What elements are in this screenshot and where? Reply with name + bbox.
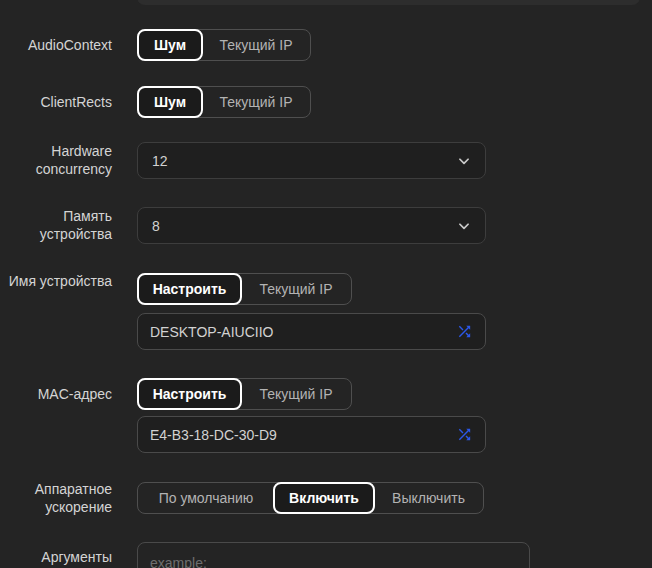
audiocontext-toggle-group: Шум Текущий IP <box>137 29 311 61</box>
mac-address-label: MAC-адрес <box>0 385 112 403</box>
chevron-down-icon <box>457 219 471 233</box>
hardware-acceleration-label: Аппаратное ускорение <box>0 480 112 516</box>
mac-address-field <box>137 416 486 453</box>
top-partial-field[interactable] <box>137 0 640 5</box>
mac-address-option-current-ip[interactable]: Текущий IP <box>241 379 351 409</box>
chevron-down-icon <box>457 154 471 168</box>
device-name-option-configure[interactable]: Настроить <box>137 273 242 305</box>
hardware-acceleration-option-disable[interactable]: Выключить <box>374 483 483 513</box>
hardware-acceleration-option-default[interactable]: По умолчанию <box>138 483 274 513</box>
hardware-acceleration-toggle-group: По умолчанию Включить Выключить <box>137 482 484 514</box>
hardware-acceleration-option-enable[interactable]: Включить <box>273 482 375 514</box>
device-name-toggle-group: Настроить Текущий IP <box>137 273 352 305</box>
mac-address-input[interactable] <box>150 427 448 443</box>
device-name-field <box>137 313 486 350</box>
device-name-label: Имя устройства <box>0 272 112 290</box>
hardware-concurrency-label: Hardware concurrency <box>0 142 112 178</box>
clientrects-option-current-ip[interactable]: Текущий IP <box>202 87 310 117</box>
device-name-input[interactable] <box>150 324 448 340</box>
fingerprint-settings-panel: AudioContext Шум Текущий IP ClientRects … <box>0 0 652 568</box>
mac-address-option-configure[interactable]: Настроить <box>137 378 242 410</box>
clientrects-label: ClientRects <box>0 93 112 111</box>
shuffle-icon[interactable] <box>456 426 473 443</box>
device-name-option-current-ip[interactable]: Текущий IP <box>241 274 351 304</box>
device-memory-select[interactable]: 8 <box>137 207 486 244</box>
mac-address-toggle-group: Настроить Текущий IP <box>137 378 352 410</box>
hardware-concurrency-select[interactable]: 12 <box>137 142 486 179</box>
clientrects-toggle-group: Шум Текущий IP <box>137 86 311 118</box>
clientrects-option-noise[interactable]: Шум <box>137 86 203 118</box>
audiocontext-option-current-ip[interactable]: Текущий IP <box>202 30 310 60</box>
audiocontext-option-noise[interactable]: Шум <box>137 29 203 61</box>
hardware-concurrency-value: 12 <box>152 153 168 169</box>
audiocontext-label: AudioContext <box>0 36 112 54</box>
arguments-input[interactable] <box>137 542 530 568</box>
device-memory-value: 8 <box>152 218 160 234</box>
arguments-label: Аргументы <box>0 548 112 566</box>
device-memory-label: Память устройства <box>0 207 112 243</box>
shuffle-icon[interactable] <box>456 323 473 340</box>
